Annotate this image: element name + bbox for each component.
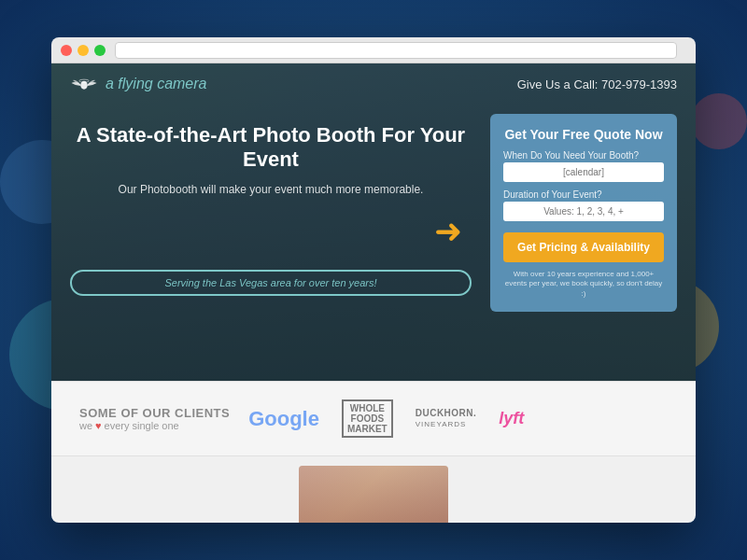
clients-section-sub: we ♥ every single one xyxy=(79,420,230,431)
hero-subheadline: Our Photobooth will make your event much… xyxy=(70,182,472,198)
url-bar[interactable] xyxy=(115,42,677,59)
preview-thumbnail xyxy=(299,466,448,523)
hero-section: a flying camera Give Us a Call: 702-979-… xyxy=(51,63,696,381)
logo-icon xyxy=(70,75,98,93)
client-logo-wholefoods: WHOLEFOODSMARKET xyxy=(342,399,393,438)
hero-left: A State-of-the-Art Photo Booth For Your … xyxy=(70,114,472,296)
get-pricing-button[interactable]: Get Pricing & Availability xyxy=(503,232,664,262)
duration-label: Duration of Your Event? xyxy=(503,189,664,200)
traffic-lights xyxy=(61,45,106,56)
title-bar xyxy=(51,37,696,63)
date-input[interactable] xyxy=(503,162,664,182)
duration-field-group: Duration of Your Event? xyxy=(503,189,664,221)
nav-phone: Give Us a Call: 702-979-1393 xyxy=(517,77,677,91)
close-button[interactable] xyxy=(61,45,72,56)
client-logo-duckhorn: DUCKHORN.VINEYARDS xyxy=(416,408,477,429)
form-title: Get Your Free Quote Now xyxy=(503,127,664,143)
arrow-wrapper: ➜ xyxy=(70,212,472,251)
clients-section: SOME OF OUR CLIENTS we ♥ every single on… xyxy=(51,381,696,455)
maximize-button[interactable] xyxy=(94,45,106,56)
preview-overlay xyxy=(299,466,448,523)
clients-logos: Google WHOLEFOODSMARKET DUCKHORN.VINEYAR… xyxy=(248,399,668,438)
date-field-group: When Do You Need Your Booth? xyxy=(503,150,664,182)
hero-main: A State-of-the-Art Photo Booth For Your … xyxy=(51,105,696,381)
nav-bar: a flying camera Give Us a Call: 702-979-… xyxy=(51,63,696,105)
heart-icon: ♥ xyxy=(95,420,102,431)
arrow-icon: ➜ xyxy=(434,212,462,251)
serving-badge: Serving the Las Vegas area for over ten … xyxy=(70,270,472,296)
quote-form: Get Your Free Quote Now When Do You Need… xyxy=(490,114,677,312)
hero-content: a flying camera Give Us a Call: 702-979-… xyxy=(51,63,696,381)
bokeh-blob-4 xyxy=(691,93,747,149)
clients-label: SOME OF OUR CLIENTS we ♥ every single on… xyxy=(79,406,230,431)
date-label: When Do You Need Your Booth? xyxy=(503,150,664,161)
client-logo-google: Google xyxy=(248,407,319,431)
logo-area: a flying camera xyxy=(70,75,207,93)
preview-section xyxy=(51,455,696,523)
hero-headline: A State-of-the-Art Photo Booth For Your … xyxy=(70,123,472,173)
duration-input[interactable] xyxy=(503,202,664,221)
form-disclaimer: With over 10 years experience and 1,000+… xyxy=(503,270,664,299)
minimize-button[interactable] xyxy=(78,45,89,56)
browser-window: a flying camera Give Us a Call: 702-979-… xyxy=(51,37,696,523)
clients-section-title: SOME OF OUR CLIENTS xyxy=(79,406,230,420)
client-logo-lyft: lyft xyxy=(499,409,524,428)
logo-text: a flying camera xyxy=(106,76,207,92)
